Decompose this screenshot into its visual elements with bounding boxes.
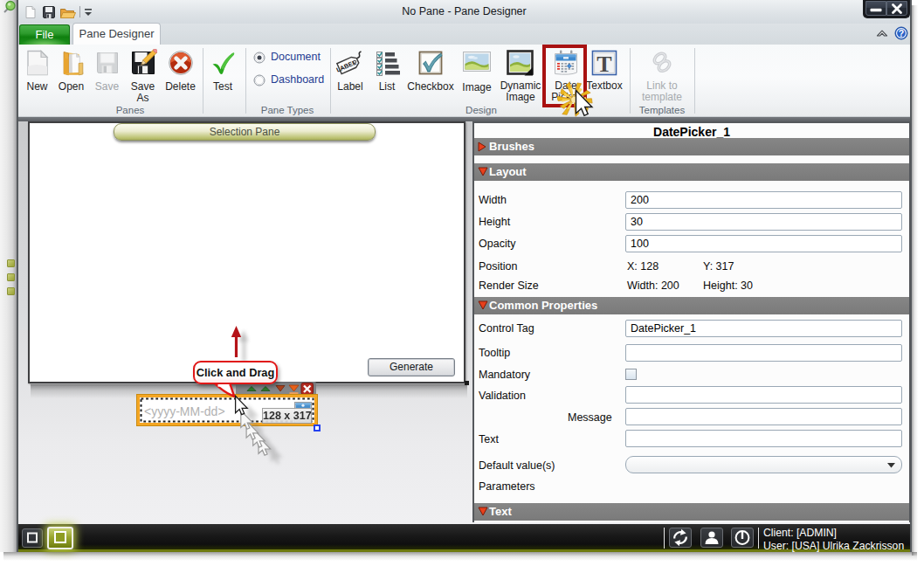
svg-text:T: T — [596, 52, 611, 77]
svg-text:?: ? — [899, 28, 904, 38]
